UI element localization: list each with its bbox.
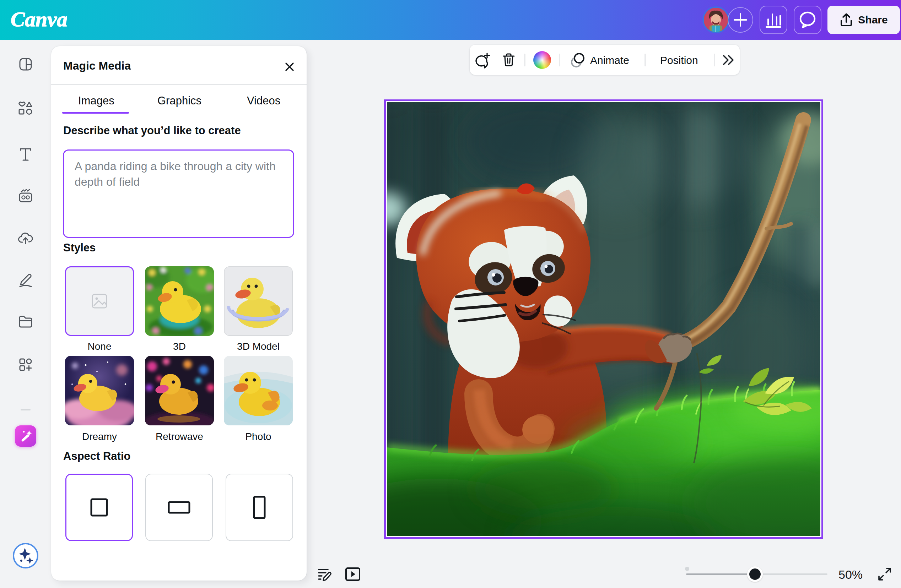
svg-text:Canva: Canva: [11, 8, 67, 31]
